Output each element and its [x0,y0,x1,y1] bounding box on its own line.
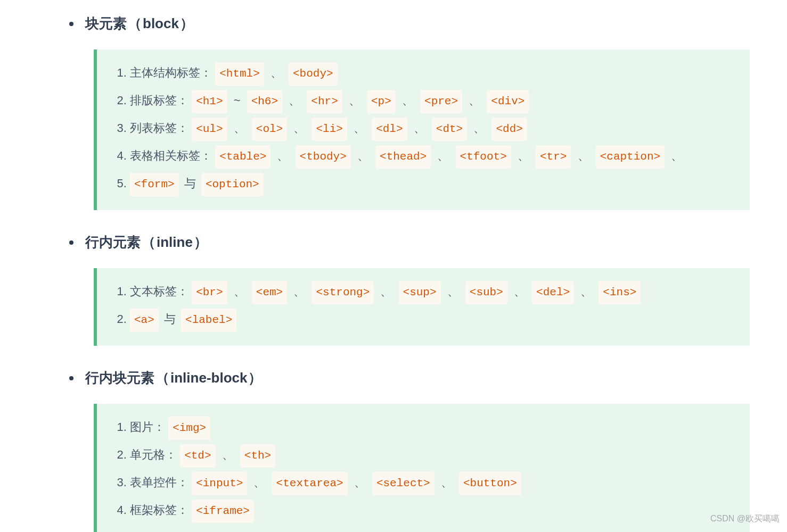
paren-open: （ [142,229,155,255]
list-item: <form> 与 <option> [130,171,736,198]
code-tag: <tfoot> [456,145,511,169]
separator: 、 [437,149,449,162]
heading-en: inline-block [170,365,247,391]
separator: 、 [349,94,360,107]
separator: 、 [354,121,365,135]
code-tag: <form> [130,173,179,196]
callout-box: 文本标签： <br> 、 <em> 、 <strong> 、 <sup> 、 <… [94,268,750,346]
code-tag: <dd> [491,118,527,141]
item-label: 图片： [130,420,165,434]
code-tag: <caption> [596,145,665,169]
code-tag: <dl> [372,118,407,141]
item-label: 框架标签： [130,503,188,517]
separator: 、 [222,448,234,461]
code-tag: <ul> [192,118,227,141]
code-tag: <html> [215,62,264,86]
separator: 、 [289,94,300,107]
and-word: 与 [164,312,176,326]
separator: 、 [357,149,369,162]
code-tag: <h6> [247,90,282,113]
code-tag: <th> [240,444,275,468]
section: 块元素（block）主体结构标签： <html> 、 <body>排版标签： <… [69,11,750,210]
code-tag: <option> [201,173,264,196]
list-item: 表格相关标签： <table> 、 <tbody> 、 <thead> 、 <t… [130,143,736,171]
separator: 、 [234,285,245,298]
document-root: 块元素（block）主体结构标签： <html> 、 <body>排版标签： <… [69,11,750,532]
code-tag: <td> [180,444,215,468]
bullet-icon [69,240,73,245]
code-tag: <tbody> [296,145,351,169]
heading-en: inline [157,229,193,255]
code-tag: <img> [168,417,210,440]
code-tag: <button> [459,472,521,495]
separator: 、 [514,285,526,298]
item-label: 表格相关标签： [130,149,212,162]
list-item: 图片： <img> [130,414,736,442]
code-tag: <li> [311,118,347,141]
section: 行内元素（inline）文本标签： <br> 、 <em> 、 <strong>… [69,229,750,346]
code-tag: <pre> [420,90,462,113]
separator: 、 [270,66,282,79]
bullet-icon [69,22,73,26]
code-tag: <table> [215,145,270,169]
tilde: ~ [234,94,241,107]
code-tag: <label> [181,309,236,332]
item-label: 列表标签： [130,121,188,135]
paren-open: （ [128,11,142,37]
code-tag: <ins> [599,281,641,304]
code-tag: <sub> [465,281,507,304]
code-tag: <tr> [536,145,571,169]
list-item: 排版标签： <h1> ~ <h6> 、 <hr> 、 <p> 、 <pre> 、… [130,88,736,115]
code-tag: <p> [367,90,396,113]
section: 行内块元素（inline-block）图片： <img>单元格： <td> 、 … [69,365,750,532]
callout-box: 图片： <img>单元格： <td> 、 <th>表单控件： <input> 、… [94,404,750,532]
separator: 、 [293,121,305,135]
code-tag: <a> [130,309,159,332]
separator: 、 [469,94,480,107]
list-item: 表单控件： <input> 、 <textarea> 、 <select> 、 … [130,470,736,497]
paren-close: ） [180,11,194,37]
paren-open: （ [155,365,169,391]
code-tag: <br> [192,281,227,304]
code-tag: <strong> [311,281,374,304]
code-tag: <thead> [375,145,431,169]
code-tag: <hr> [307,90,342,113]
item-label: 排版标签： [130,94,188,107]
separator: 、 [354,476,366,489]
heading-cn: 行内元素 [85,229,141,255]
code-tag: <div> [487,90,529,113]
separator: 、 [447,285,459,298]
separator: 、 [671,149,683,162]
and-word: 与 [184,177,196,190]
separator: 、 [402,94,414,107]
code-tag: <body> [289,62,338,86]
code-tag: <sup> [399,281,441,304]
separator: 、 [234,121,245,135]
separator: 、 [253,476,265,489]
separator: 、 [293,285,305,298]
list-item: 框架标签： <iframe> [130,497,736,525]
heading-en: block [143,11,179,37]
item-label: 单元格： [130,448,177,461]
item-label: 表单控件： [130,476,188,489]
watermark: CSDN @欧买噶噶 [710,511,780,527]
list-item: 列表标签： <ul> 、 <ol> 、 <li> 、 <dl> 、 <dt> 、… [130,115,736,143]
ordered-list: 图片： <img>单元格： <td> 、 <th>表单控件： <input> 、… [115,414,736,525]
callout-box: 主体结构标签： <html> 、 <body>排版标签： <h1> ~ <h6>… [94,49,750,210]
section-heading: 块元素（block） [69,11,750,37]
code-tag: <ol> [252,118,287,141]
separator: 、 [277,149,289,162]
separator: 、 [580,285,592,298]
code-tag: <textarea> [272,472,348,495]
code-tag: <h1> [192,90,227,113]
code-tag: <input> [192,472,247,495]
separator: 、 [380,285,392,298]
separator: 、 [441,476,453,489]
code-tag: <select> [372,472,435,495]
heading-cn: 行内块元素 [85,365,154,391]
paren-close: ） [248,365,262,391]
list-item: 文本标签： <br> 、 <em> 、 <strong> 、 <sup> 、 <… [130,279,736,306]
separator: 、 [518,149,529,162]
heading-cn: 块元素 [85,11,127,37]
section-heading: 行内块元素（inline-block） [69,365,750,391]
